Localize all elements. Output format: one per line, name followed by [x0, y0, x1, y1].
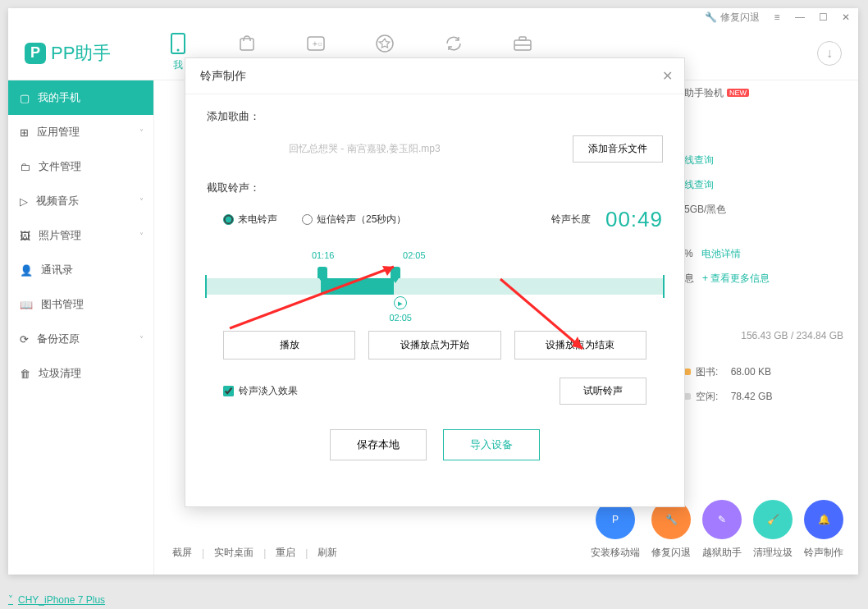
jailbreak-button[interactable]: ✎越狱助手 — [702, 500, 742, 560]
modal-footer: 保存本地 导入设备 — [185, 419, 684, 470]
svg-point-1 — [177, 49, 180, 52]
app-logo: P PP助手 — [25, 41, 111, 66]
modal-title-bar: 铃声制作 ✕ — [185, 58, 684, 94]
play-button[interactable]: 播放 — [223, 331, 355, 359]
selection[interactable] — [321, 278, 394, 295]
dot-icon — [684, 369, 691, 375]
app-name: PP助手 — [51, 41, 111, 66]
waveform[interactable]: 01:16 02:05 ▸ 02:05 — [207, 249, 663, 314]
bottom-bar: 截屏| 实时桌面| 重启| 刷新 P安装移动端 🔧修复闪退 ✎越狱助手 🧹清理垃… — [172, 500, 843, 560]
sidebar-item-myphone[interactable]: ▢我的手机 — [8, 80, 153, 115]
app-icon: ⊞ — [20, 126, 29, 139]
device-name: CHY_iPhone 7 Plus — [18, 594, 105, 606]
set-end-button[interactable]: 设播放点为结束 — [514, 331, 646, 359]
modal-title: 铃声制作 — [200, 69, 246, 84]
battery-link[interactable]: 电池详情 — [701, 247, 741, 261]
phone-icon — [168, 34, 188, 53]
sidebar-item-photos[interactable]: 🖼照片管理˅ — [8, 218, 153, 253]
end-time: 02:05 — [403, 250, 426, 260]
play-icon: ▸ — [394, 296, 407, 309]
device-info-panel: 助手验机NEW 息 线查询 线查询 5GB/黑色 % 电池详情 息 + 查看更多… — [669, 80, 858, 409]
chevron-down-icon: ˅ — [139, 231, 144, 240]
chevron-down-icon: ˅ — [139, 335, 144, 344]
sidebar-item-backup[interactable]: ⟳备份还原˅ — [8, 322, 153, 356]
add-icon: +○ — [306, 34, 326, 53]
add-song-label: 添加歌曲： — [207, 109, 663, 124]
ringtone-modal: 铃声制作 ✕ 添加歌曲： 回忆总想哭 - 南宫嘉骏,姜玉阳.mp3 添加音乐文件… — [185, 57, 685, 507]
cmd-restart[interactable]: 重启 — [276, 546, 295, 560]
chevron-down-icon: ˅ — [139, 128, 144, 137]
fix-crash-label: 修复闪退 — [720, 11, 760, 25]
menu-icon[interactable]: ≡ — [771, 11, 783, 23]
end-handle[interactable] — [391, 267, 400, 278]
cmd-refresh[interactable]: 刷新 — [318, 546, 337, 560]
minimize-icon[interactable]: — — [794, 11, 806, 23]
fade-checkbox[interactable]: 铃声淡入效果 — [223, 384, 298, 398]
image-icon: 🖼 — [20, 230, 30, 242]
chevron-down-icon: ˅ — [139, 197, 144, 206]
bell-icon: 🔔 — [804, 500, 843, 539]
bag-icon — [237, 34, 257, 53]
query-link[interactable]: 线查询 — [684, 178, 714, 192]
save-local-button[interactable]: 保存本地 — [330, 429, 427, 460]
svg-rect-7 — [519, 37, 526, 40]
toolbox-icon — [513, 34, 532, 53]
titlebar: 🔧 修复闪退 ≡ — ☐ ✕ — [8, 8, 858, 26]
sidebar: ▢我的手机 ⊞应用管理˅ 🗀文件管理 ▷视频音乐˅ 🖼照片管理˅ 👤通讯录 📖图… — [8, 80, 154, 575]
ringtone-button[interactable]: 🔔铃声制作 — [804, 500, 843, 560]
track — [207, 278, 663, 295]
preview-button[interactable]: 试听铃声 — [560, 378, 646, 405]
set-start-button[interactable]: 设播放点为开始 — [368, 331, 500, 359]
contacts-icon: 👤 — [20, 264, 33, 277]
sidebar-item-clean[interactable]: 🗑垃圾清理 — [8, 356, 153, 391]
cmd-screenshot[interactable]: 截屏 — [172, 546, 192, 560]
wrench-icon: 🔧 — [705, 11, 717, 23]
logo-icon: P — [25, 43, 46, 64]
add-music-button[interactable]: 添加音乐文件 — [573, 135, 663, 163]
query-link[interactable]: 线查询 — [684, 153, 714, 167]
trash-icon: 🗑 — [20, 368, 30, 380]
more-info-link[interactable]: 查看更多信息 — [710, 272, 770, 286]
play-icon: ▷ — [20, 195, 28, 208]
clean-button[interactable]: 🧹清理垃圾 — [753, 500, 793, 560]
sync-icon — [444, 34, 464, 53]
sidebar-item-media[interactable]: ▷视频音乐˅ — [8, 184, 153, 218]
new-badge: NEW — [727, 89, 749, 97]
star-icon — [375, 34, 395, 53]
cut-label: 截取铃声： — [207, 181, 663, 195]
svg-rect-2 — [240, 39, 254, 50]
svg-point-5 — [377, 35, 393, 52]
start-time: 01:16 — [312, 250, 335, 260]
song-filename: 回忆总想哭 - 南宫嘉骏,姜玉阳.mp3 — [289, 142, 441, 156]
download-button[interactable]: ↓ — [817, 41, 842, 66]
install-mobile-button[interactable]: P安装移动端 — [591, 500, 640, 560]
chevron-down-icon: ˅ — [8, 594, 13, 606]
book-icon: 📖 — [20, 299, 33, 311]
status-bar[interactable]: ˅ CHY_iPhone 7 Plus — [8, 594, 105, 606]
cmd-realtime[interactable]: 实时桌面 — [214, 546, 254, 560]
radio-call[interactable]: 来电铃声 — [223, 213, 277, 227]
duration-label: 铃声长度 — [551, 213, 591, 227]
download-icon: ↓ — [826, 46, 833, 61]
radio-sms[interactable]: 短信铃声（25秒内） — [302, 213, 406, 227]
sidebar-item-contacts[interactable]: 👤通讯录 — [8, 253, 153, 287]
start-handle[interactable] — [318, 267, 327, 278]
fix-crash-button[interactable]: 🔧修复闪退 — [651, 500, 691, 560]
folder-icon: 🗀 — [20, 161, 30, 173]
close-icon[interactable]: ✕ — [662, 68, 673, 84]
broom-icon: 🧹 — [753, 500, 793, 539]
sidebar-item-apps[interactable]: ⊞应用管理˅ — [8, 115, 153, 149]
dot-icon — [684, 393, 691, 400]
verify-row: 助手验机NEW — [684, 80, 843, 105]
text-commands: 截屏| 实时桌面| 重启| 刷新 — [172, 546, 337, 560]
sidebar-item-files[interactable]: 🗀文件管理 — [8, 149, 153, 184]
maximize-icon[interactable]: ☐ — [817, 11, 829, 23]
svg-text:+○: +○ — [313, 39, 322, 48]
duration-value: 00:49 — [605, 207, 663, 232]
import-device-button[interactable]: 导入设备 — [443, 429, 540, 460]
phone-icon: ▢ — [20, 92, 30, 104]
sidebar-item-books[interactable]: 📖图书管理 — [8, 287, 153, 322]
playhead[interactable]: ▸ 02:05 — [389, 296, 412, 323]
close-icon[interactable]: ✕ — [840, 11, 852, 23]
fix-crash-link[interactable]: 🔧 修复闪退 — [705, 11, 760, 25]
